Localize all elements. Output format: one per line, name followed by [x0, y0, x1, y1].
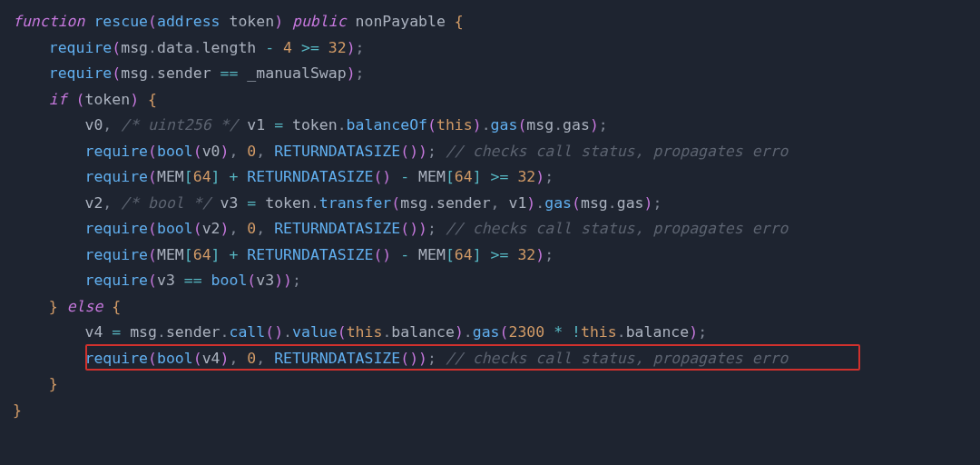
code-block: function rescue(address token) public no…	[0, 0, 980, 432]
code-editor: function rescue(address token) public no…	[0, 0, 980, 465]
fn-name: rescue	[93, 13, 148, 30]
line: require(MEM[64] + RETURNDATASIZE() - MEM…	[13, 246, 554, 263]
line: require(MEM[64] + RETURNDATASIZE() - MEM…	[13, 168, 554, 185]
line: require(bool(v0), 0, RETURNDATASIZE()); …	[13, 143, 788, 160]
line: require(msg.sender == _manualSwap);	[13, 64, 365, 82]
line: require(v3 == bool(v3));	[13, 272, 301, 289]
line: v0, /* uint256 */ v1 = token.balanceOf(t…	[13, 116, 608, 134]
line: if (token) {	[13, 91, 157, 108]
line: }	[13, 401, 22, 419]
line: }	[13, 375, 58, 392]
line: function rescue(address token) public no…	[13, 13, 464, 30]
line: require(bool(v4), 0, RETURNDATASIZE()); …	[13, 350, 788, 367]
line: require(bool(v2), 0, RETURNDATASIZE()); …	[13, 220, 788, 237]
line: require(msg.data.length - 4 >= 32);	[13, 39, 365, 56]
highlighted-line: v4 = msg.sender.call().value(this.balanc…	[13, 323, 707, 341]
line: v2, /* bool */ v3 = token.transfer(msg.s…	[13, 194, 662, 212]
line: } else {	[13, 298, 121, 315]
keyword-function: function	[13, 13, 84, 30]
